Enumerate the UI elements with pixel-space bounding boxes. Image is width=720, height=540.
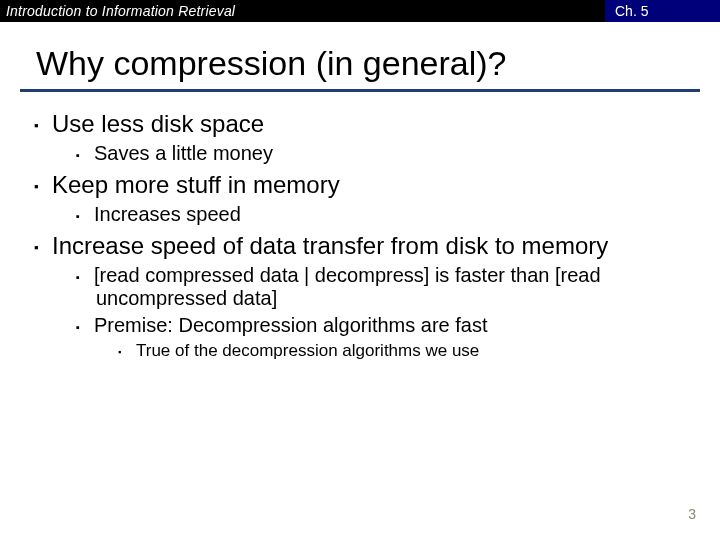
bullet-l1: Keep more stuff in memory — [54, 171, 720, 199]
bullet-text: Saves a little money — [94, 142, 273, 164]
top-bar: Introduction to Information Retrieval Ch… — [0, 0, 720, 22]
title-underline — [20, 89, 700, 92]
bullet-icon — [76, 264, 94, 287]
bullet-text: Increase speed of data transfer from dis… — [52, 232, 608, 259]
page-number: 3 — [688, 506, 696, 522]
bullet-text: True of the decompression algorithms we … — [136, 341, 479, 360]
bullet-l2: Increases speed — [96, 203, 656, 226]
slide-title: Why compression (in general)? — [36, 44, 720, 83]
course-title: Introduction to Information Retrieval — [0, 3, 605, 19]
bullet-l1: Increase speed of data transfer from dis… — [54, 232, 720, 260]
bullet-l1: Use less disk space — [54, 110, 720, 138]
bullet-icon — [34, 110, 52, 138]
bullet-icon — [76, 203, 94, 226]
bullet-icon — [34, 171, 52, 199]
bullet-icon — [118, 341, 136, 361]
bullet-l2: Saves a little money — [96, 142, 656, 165]
slide-body: Use less disk space Saves a little money… — [40, 110, 720, 361]
bullet-l3: True of the decompression algorithms we … — [138, 341, 720, 361]
bullet-icon — [76, 142, 94, 165]
bullet-text: Premise: Decompression algorithms are fa… — [94, 314, 487, 336]
bullet-text: Use less disk space — [52, 110, 264, 137]
bullet-text: [read compressed data | decompress] is f… — [94, 264, 601, 309]
bullet-l2: Premise: Decompression algorithms are fa… — [96, 314, 656, 337]
slide: Introduction to Information Retrieval Ch… — [0, 0, 720, 540]
bullet-text: Keep more stuff in memory — [52, 171, 340, 198]
bullet-l2: [read compressed data | decompress] is f… — [96, 264, 656, 310]
bullet-icon — [76, 314, 94, 337]
bullet-icon — [34, 232, 52, 260]
chapter-label: Ch. 5 — [605, 0, 720, 22]
bullet-text: Increases speed — [94, 203, 241, 225]
